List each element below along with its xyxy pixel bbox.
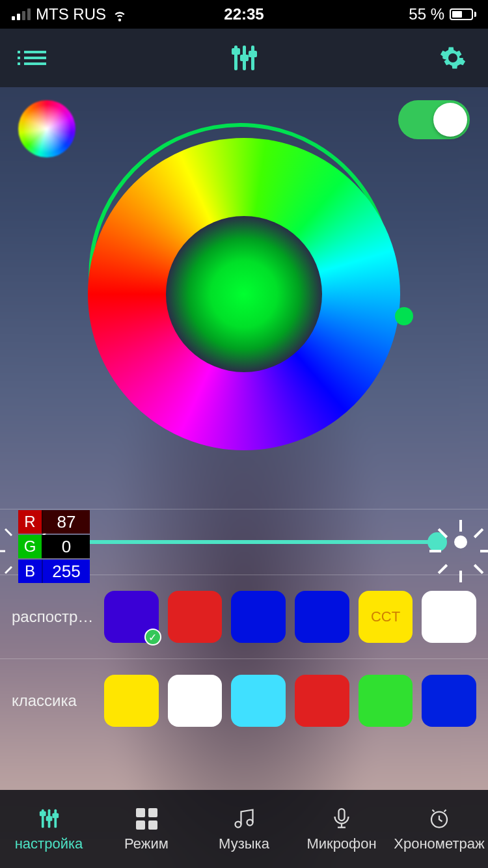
mic-icon (330, 806, 353, 832)
color-swatch[interactable] (231, 675, 286, 727)
color-swatch[interactable] (104, 675, 159, 727)
g-value: 0 (42, 535, 90, 558)
arc-handle[interactable] (395, 307, 413, 325)
brightness-high-icon (448, 529, 474, 555)
color-swatch[interactable] (422, 675, 476, 727)
b-label: B (18, 560, 42, 583)
nav-label: Микрофон (306, 835, 376, 852)
battery-icon (450, 8, 476, 20)
nav-music[interactable]: Музыка (195, 790, 293, 868)
rgb-readout: R87 G0 B255 (18, 510, 90, 584)
nav-grid[interactable]: Режим (98, 790, 195, 868)
color-swatch[interactable] (168, 675, 223, 727)
preset-row-1-label: распостра... (12, 608, 98, 626)
grid-icon (136, 806, 157, 832)
color-swatch[interactable] (295, 591, 349, 643)
b-value: 255 (42, 560, 90, 583)
status-bar: MTS RUS 22:35 55 % (0, 0, 488, 29)
carrier-label: MTS RUS (36, 5, 106, 23)
music-icon (232, 806, 256, 832)
sliders-icon (39, 806, 59, 832)
preset-row-1: распостра... ✓CCT (0, 575, 488, 659)
signal-icon (12, 8, 31, 20)
color-swatch[interactable] (422, 591, 476, 643)
mini-color-wheel[interactable] (18, 100, 75, 157)
bottom-nav: настройкаРежимМузыкаМикрофонХронометраж (0, 790, 488, 868)
color-swatch[interactable] (295, 675, 349, 727)
nav-sliders[interactable]: настройка (0, 790, 98, 868)
nav-clock[interactable]: Хронометраж (390, 790, 488, 868)
clock: 22:35 (224, 5, 264, 23)
color-swatch[interactable]: ✓ (104, 591, 159, 643)
wheel-center (166, 216, 322, 372)
brightness-slider[interactable] (51, 540, 437, 544)
top-toolbar (0, 29, 488, 87)
r-value: 87 (42, 510, 90, 534)
color-swatch[interactable] (168, 591, 223, 643)
svg-rect-2 (339, 809, 345, 821)
list-button[interactable] (20, 42, 51, 74)
preset-row-2-label: классика (12, 692, 98, 710)
nav-label: Музыка (219, 835, 269, 852)
g-label: G (18, 535, 42, 558)
nav-label: Хронометраж (394, 835, 484, 852)
equalizer-button[interactable] (228, 42, 260, 74)
clock-icon (427, 806, 451, 832)
settings-button[interactable] (437, 42, 468, 74)
color-swatch[interactable]: CCT (359, 591, 413, 643)
svg-point-0 (236, 822, 241, 828)
nav-label: Режим (124, 835, 169, 852)
battery-pct: 55 % (409, 5, 444, 23)
color-wheel[interactable] (88, 138, 400, 450)
color-swatch[interactable] (359, 675, 413, 727)
color-swatch[interactable] (231, 591, 286, 643)
svg-point-1 (247, 820, 253, 826)
preset-row-2: классика (0, 659, 488, 742)
nav-mic[interactable]: Микрофон (293, 790, 390, 868)
wifi-icon (111, 6, 128, 23)
nav-label: настройка (15, 835, 83, 852)
check-icon: ✓ (144, 629, 161, 645)
r-label: R (18, 510, 42, 534)
